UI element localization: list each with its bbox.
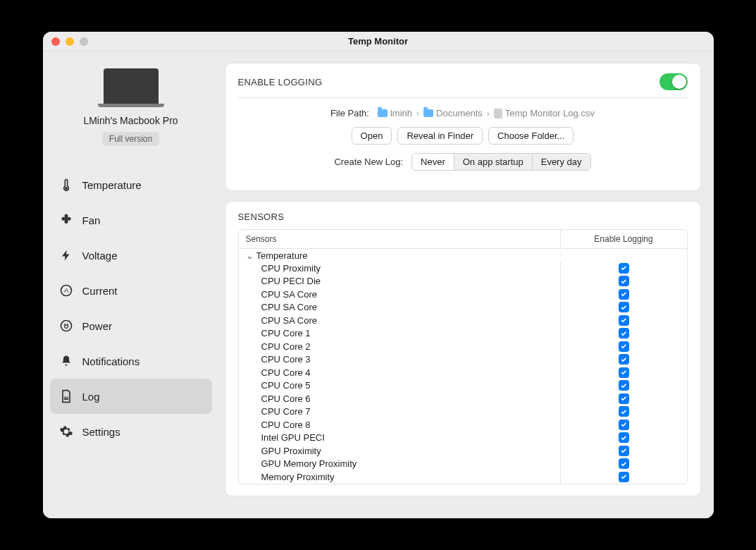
file-icon	[494, 109, 502, 118]
sidebar-item-temperature[interactable]: Temperature	[50, 167, 212, 202]
path-file[interactable]: Temp Monitor Log.csv	[494, 108, 595, 118]
bolt-icon	[58, 248, 74, 263]
enable-logging-checkbox[interactable]	[619, 302, 629, 312]
svg-text:LOG: LOG	[63, 397, 68, 400]
thermometer-icon	[58, 177, 74, 192]
sensor-name: CPU Core 2	[239, 340, 560, 353]
enable-logging-checkbox[interactable]	[619, 263, 629, 274]
device-icon	[104, 68, 159, 104]
sensor-row[interactable]: Memory Proximity	[239, 470, 687, 484]
sidebar-item-label: Log	[82, 391, 100, 403]
enable-logging-checkbox[interactable]	[619, 458, 629, 469]
sensor-name: GPU Memory Proximity	[239, 458, 560, 470]
sensor-row[interactable]: CPU SA Core	[239, 288, 687, 301]
sidebar-item-power[interactable]: Power	[50, 308, 212, 343]
sensor-row[interactable]: CPU Core 1	[239, 327, 687, 341]
svg-point-0	[65, 188, 67, 190]
sidebar-item-label: Current	[82, 285, 118, 297]
sensors-table: Sensors Enable Logging ⌄TemperatureCPU P…	[238, 229, 688, 484]
enable-logging-checkbox[interactable]	[619, 341, 629, 352]
device-preview: LMinh's Macbook Pro Full version	[50, 68, 212, 146]
sidebar-item-label: Power	[82, 320, 113, 332]
sensor-row[interactable]: GPU Memory Proximity	[239, 458, 687, 471]
enable-logging-checkbox[interactable]	[619, 393, 629, 404]
choose-folder-button[interactable]: Choose Folder...	[488, 127, 574, 145]
sidebar-nav: TemperatureFanVoltageACurrentPowerNotifi…	[50, 167, 212, 449]
sensor-name: CPU Core 1	[239, 327, 560, 340]
enable-logging-checkbox[interactable]	[619, 315, 629, 326]
enable-logging-checkbox[interactable]	[619, 432, 629, 443]
enable-logging-checkbox[interactable]	[619, 406, 629, 417]
column-header-sensors[interactable]: Sensors	[239, 230, 560, 248]
enable-logging-title: ENABLE LOGGING	[238, 77, 323, 87]
path-folder[interactable]: Documents	[423, 108, 483, 118]
sensor-row[interactable]: CPU Core 5	[239, 379, 687, 393]
sensors-table-header: Sensors Enable Logging	[239, 230, 687, 249]
sensor-name: CPU SA Core	[239, 314, 560, 326]
sensor-name: Memory Proximity	[239, 470, 560, 483]
plug-icon	[58, 318, 74, 334]
sensor-group-row[interactable]: ⌄Temperature	[239, 249, 687, 262]
main-content: ENABLE LOGGING File Path: lminh›Document…	[219, 51, 714, 518]
sidebar-item-notifications[interactable]: Notifications	[50, 343, 212, 379]
sidebar-item-label: Fan	[82, 214, 101, 226]
enable-logging-checkbox[interactable]	[619, 446, 629, 456]
sidebar-item-label: Notifications	[82, 355, 140, 367]
sensor-name: CPU Core 8	[239, 418, 560, 431]
enable-logging-checkbox[interactable]	[619, 328, 629, 338]
sensors-table-body: ⌄TemperatureCPU ProximityCPU PECI DieCPU…	[239, 249, 687, 484]
sensor-row[interactable]: CPU Proximity	[239, 262, 687, 275]
sensor-row[interactable]: GPU Proximity	[239, 444, 687, 458]
sensor-row[interactable]: Intel GPU PECI	[239, 432, 687, 445]
sensor-name: CPU Core 3	[239, 353, 560, 366]
enable-logging-panel: ENABLE LOGGING File Path: lminh›Document…	[225, 63, 701, 191]
sensor-group-label: Temperature	[256, 250, 308, 261]
sensor-row[interactable]: CPU SA Core	[239, 301, 687, 314]
path-segment-label: lminh	[390, 108, 412, 118]
create-log-option[interactable]: Every day	[533, 154, 590, 170]
sensor-row[interactable]: CPU Core 6	[239, 392, 687, 405]
create-log-option[interactable]: On app startup	[454, 154, 533, 170]
sidebar-item-current[interactable]: ACurrent	[50, 273, 212, 308]
enable-logging-checkbox[interactable]	[619, 289, 629, 300]
folder-icon	[423, 109, 433, 117]
sensor-row[interactable]: CPU Core 3	[239, 353, 687, 367]
sensor-row[interactable]: CPU PECI Die	[239, 275, 687, 288]
sidebar-item-settings[interactable]: Settings	[50, 414, 212, 449]
sensor-name: Intel GPU PECI	[239, 432, 560, 444]
column-header-enable[interactable]: Enable Logging	[560, 230, 687, 248]
enable-logging-checkbox[interactable]	[619, 472, 629, 482]
sidebar-item-log[interactable]: LOGLog	[50, 379, 212, 414]
enable-logging-checkbox[interactable]	[619, 420, 629, 430]
enable-logging-checkbox[interactable]	[619, 380, 629, 391]
sensor-name: CPU Core 4	[239, 366, 560, 379]
sensor-row[interactable]: CPU Core 7	[239, 405, 687, 419]
path-folder[interactable]: lminh	[378, 108, 412, 118]
enable-logging-checkbox[interactable]	[619, 276, 629, 286]
path-segment-label: Documents	[436, 108, 483, 118]
sensor-row[interactable]: CPU SA Core	[239, 314, 687, 327]
gear-icon	[58, 424, 74, 439]
sensors-title: SENSORS	[238, 212, 688, 222]
sensor-name: CPU SA Core	[239, 301, 560, 314]
sensor-row[interactable]: CPU Core 8	[239, 418, 687, 432]
enable-logging-checkbox[interactable]	[619, 354, 629, 365]
chevron-right-icon: ›	[416, 109, 419, 118]
sensor-row[interactable]: CPU Core 2	[239, 340, 687, 353]
sensor-name: CPU Core 5	[239, 379, 560, 392]
chevron-down-icon: ⌄	[246, 250, 254, 261]
sensor-name: CPU Core 6	[239, 392, 560, 405]
fan-icon	[58, 212, 74, 228]
create-log-option[interactable]: Never	[412, 154, 454, 170]
enable-logging-toggle[interactable]	[659, 73, 688, 90]
sensor-name: CPU SA Core	[239, 288, 560, 300]
create-new-log-segmented: NeverOn app startupEvery day	[411, 153, 591, 171]
enable-logging-checkbox[interactable]	[619, 367, 629, 378]
sidebar-item-voltage[interactable]: Voltage	[50, 238, 212, 273]
file-path-label: File Path:	[330, 108, 369, 118]
sensor-row[interactable]: CPU Core 4	[239, 366, 687, 379]
sidebar-item-fan[interactable]: Fan	[50, 202, 212, 238]
reveal-in-finder-button[interactable]: Reveal in Finder	[397, 127, 483, 145]
version-badge: Full version	[102, 132, 159, 146]
open-button[interactable]: Open	[352, 127, 392, 145]
